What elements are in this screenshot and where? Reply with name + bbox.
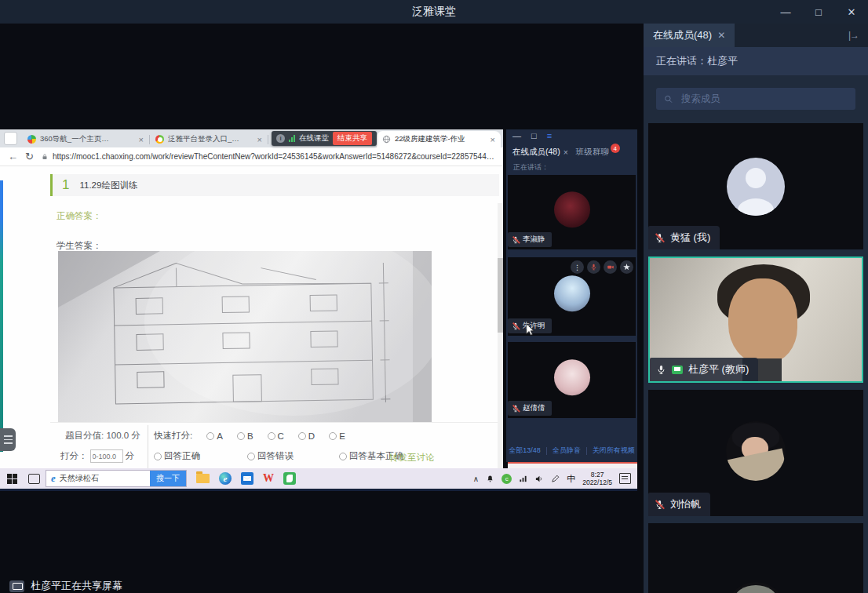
info-icon[interactable]: i — [276, 134, 285, 143]
quick-grade-row: 快速打分: A B C D E — [154, 430, 345, 442]
taskbar-clock[interactable]: 8:27 2022/12/5 — [582, 471, 612, 486]
quick-option-a[interactable]: A — [206, 431, 223, 441]
tab-close-icon[interactable]: × — [257, 135, 262, 144]
tab-close-icon[interactable]: ✕ — [717, 30, 725, 41]
browser-tab-360nav[interactable]: 360导航_一个主页，整个世界 × — [22, 131, 149, 147]
action-center-icon[interactable] — [619, 473, 631, 484]
participant-name-chip: 李淑静 — [508, 232, 552, 247]
start-button[interactable] — [0, 468, 24, 489]
quick-option-e[interactable]: E — [329, 431, 345, 441]
taskbar-search-button[interactable]: 搜一下 — [150, 471, 186, 486]
member-search-box[interactable] — [656, 88, 855, 110]
homework-review-page: 1 11.29绘图训练 正确答案： 学生答案： — [0, 166, 503, 489]
inner-minimize-button[interactable]: — — [512, 131, 521, 140]
quick-option-c[interactable]: C — [268, 431, 284, 441]
screen-share-icon — [9, 580, 24, 592]
mic-muted-icon — [512, 236, 520, 244]
inner-tab-members[interactable]: 在线成员(48) × — [512, 147, 568, 158]
tab-close-icon[interactable]: × — [139, 135, 144, 144]
quick-option-d[interactable]: D — [298, 431, 315, 441]
tile-hover-controls: ⋮ — [571, 260, 633, 274]
member-search-input[interactable] — [680, 93, 848, 105]
mic-muted-icon — [512, 322, 520, 330]
video-tile-self[interactable]: 黄猛 (我) — [648, 123, 863, 249]
maximize-button[interactable]: □ — [802, 0, 835, 24]
participant-name-chip: 黄猛 (我) — [648, 226, 720, 249]
mail-icon[interactable] — [241, 472, 253, 485]
360-safety-icon[interactable]: c — [501, 474, 512, 484]
scrollbar-thumb[interactable] — [498, 258, 503, 333]
members-panel-tabbar: 在线成员(48) ✕ |→ — [644, 24, 868, 47]
judge-option-wrong[interactable]: 回答错误 — [247, 450, 294, 462]
browser-tab-360search[interactable]: 泛雅平台登录入口_360搜索 × — [150, 131, 268, 147]
radio-icon[interactable] — [237, 432, 245, 440]
url-box[interactable]: https://mooc1.chaoxing.com/work/reviewTh… — [41, 152, 495, 161]
ime-indicator[interactable]: 中 — [567, 473, 575, 485]
inner-panel-tabs: 在线成员(48) × 班级群聊 4 — [512, 147, 620, 158]
shared-browser-window: 360导航_一个主页，整个世界 × 泛雅平台登录入口_360搜索 × × 22级… — [0, 129, 503, 489]
radio-icon[interactable] — [339, 453, 347, 460]
chat-unread-badge: 4 — [611, 144, 620, 153]
inner-video-tile[interactable]: 赵倩倩 — [508, 342, 636, 418]
task-view-button[interactable] — [24, 468, 44, 489]
video-tile-teacher[interactable]: 杜彦平 (教师) — [648, 256, 863, 383]
back-icon[interactable]: ← — [8, 151, 18, 162]
radio-icon[interactable] — [247, 453, 255, 460]
radio-icon[interactable] — [206, 432, 214, 440]
inner-menu-icon[interactable]: ≡ — [547, 131, 552, 140]
edge-browser-icon[interactable]: e — [219, 472, 232, 485]
notes-app-icon[interactable] — [283, 472, 296, 485]
browser-tab-homework[interactable]: 22级房建建筑学-作业 × — [377, 131, 501, 147]
app-title: 泛雅课堂 — [412, 5, 456, 19]
wps-icon[interactable]: W — [263, 472, 274, 485]
app-window: 泛雅课堂 — □ ✕ 360导航_一个主页，整个世界 × 泛雅平台登录入口_36… — [0, 0, 868, 593]
side-toolbar-handle[interactable] — [0, 428, 16, 451]
pen-icon[interactable] — [551, 475, 560, 483]
radio-icon[interactable] — [298, 432, 306, 440]
collapse-panel-icon[interactable]: |→ — [848, 24, 868, 47]
close-button[interactable]: ✕ — [835, 0, 868, 24]
inner-video-tile[interactable]: ⋮ 朱许明 — [508, 257, 636, 336]
reload-icon[interactable]: ↻ — [25, 151, 34, 162]
taskbar-search-box[interactable]: e 天然绿松石 搜一下 — [46, 470, 187, 487]
tab-close-icon[interactable]: × — [563, 147, 568, 157]
page-scrollbar[interactable] — [498, 203, 503, 489]
mic-muted-icon — [655, 500, 665, 510]
mic-muted-icon — [512, 405, 520, 413]
minimize-button[interactable]: — — [769, 0, 802, 24]
inner-tab-class-chat[interactable]: 班级群聊 4 — [576, 147, 620, 158]
browser-logo-icon[interactable] — [4, 132, 17, 145]
participant-name-chip: 刘怡帆 — [648, 493, 710, 516]
file-explorer-icon[interactable] — [196, 474, 210, 483]
speaker-icon[interactable] — [534, 475, 544, 483]
question-number: 1 — [62, 177, 69, 193]
tab-online-members[interactable]: 在线成员(48) ✕ — [644, 24, 735, 47]
hidden-icons-chevron[interactable]: ∧ — [473, 475, 479, 483]
inner-window-controls: — □ ≡ — [512, 131, 552, 140]
camera-off-icon[interactable] — [604, 260, 617, 274]
forward-to-discussion-link[interactable]: 转发至讨论 — [389, 452, 435, 464]
end-share-button[interactable]: 结束共享 — [333, 132, 372, 145]
radio-icon[interactable] — [268, 432, 275, 440]
close-all-video-link[interactable]: 关闭所有视频 — [593, 446, 635, 456]
online-members-panel: 在线成员(48) ✕ |→ 正在讲话：杜彦平 黄猛 (我) — [644, 24, 868, 593]
grade-input[interactable] — [90, 449, 123, 463]
radio-icon[interactable] — [154, 453, 162, 460]
tab-close-icon[interactable]: × — [491, 135, 495, 144]
participant-name: 杜彦平 (教师) — [688, 362, 749, 377]
mute-all-link[interactable]: 全员静音 — [553, 446, 581, 456]
inner-video-tile[interactable]: 李淑静 — [508, 175, 636, 249]
judge-option-correct[interactable]: 回答正确 — [154, 450, 200, 462]
video-tile[interactable] — [648, 523, 863, 593]
video-tile[interactable]: 刘怡帆 — [648, 390, 863, 516]
radio-icon[interactable] — [329, 432, 337, 440]
hand-icon[interactable] — [620, 260, 633, 274]
quick-option-b[interactable]: B — [237, 431, 253, 441]
bell-icon[interactable] — [486, 475, 494, 483]
member-count-link[interactable]: 全部13/48 — [509, 446, 541, 456]
network-icon[interactable] — [519, 475, 527, 483]
mic-muted-icon[interactable] — [587, 260, 600, 274]
grade-label: 打分： — [60, 450, 88, 462]
more-options-icon[interactable]: ⋮ — [571, 260, 584, 274]
inner-maximize-button[interactable]: □ — [531, 131, 537, 140]
